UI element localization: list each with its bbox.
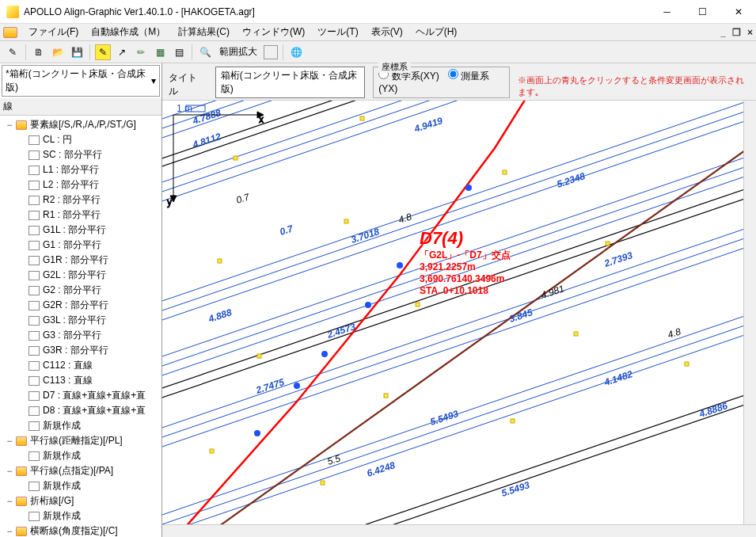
mdi-restore-button[interactable]: ❐ — [729, 27, 744, 38]
vertical-scrollbar[interactable] — [743, 101, 756, 524]
menu-view[interactable]: 表示(V) — [365, 24, 409, 40]
svg-text:4.9419: 4.9419 — [412, 115, 444, 135]
tree-leaf-new[interactable]: 新規作成 — [14, 418, 160, 433]
tool-new-icon[interactable]: 🗎 — [31, 44, 47, 60]
window-minimize-button[interactable]: ─ — [649, 0, 685, 24]
callout-line: STA. 0+10.1018 — [420, 285, 511, 297]
folder-icon — [16, 527, 27, 536]
tree-node-cross[interactable]: −横断線(角度指定)[/C] — [2, 524, 160, 537]
tree-leaf[interactable]: D8 : 直線+直線+直線+直 — [14, 403, 160, 418]
tree-leaf[interactable]: CL : 円 — [14, 132, 160, 147]
item-icon — [28, 376, 40, 386]
menu-window[interactable]: ウィンドウ(W) — [236, 24, 311, 40]
tree-leaf[interactable]: G1R : 部分平行 — [14, 253, 160, 268]
menu-autoline[interactable]: 自動線作成（M） — [85, 24, 172, 40]
page-icon — [28, 451, 40, 461]
mdi-minimize-button[interactable]: _ — [717, 27, 729, 38]
tree-node-parallel-point[interactable]: −平行線(点指定)[/PA] — [2, 463, 160, 478]
svg-rect-35 — [503, 170, 507, 174]
svg-rect-39 — [210, 449, 214, 453]
tree-leaf[interactable]: L1 : 部分平行 — [14, 162, 160, 177]
tree-leaf-new[interactable]: 新規作成 — [14, 508, 160, 524]
svg-text:6.4248: 6.4248 — [366, 459, 397, 479]
tool-arrow-icon[interactable]: ↗ — [114, 44, 130, 60]
sidebar-element-selector[interactable]: *箱桁(コンクリート床版・合成床版) ▾ — [2, 65, 160, 97]
item-icon — [28, 181, 40, 190]
tree-leaf[interactable]: G1 : 部分平行 — [14, 238, 160, 253]
svg-line-8 — [162, 101, 743, 151]
tree-leaf[interactable]: G3L : 部分平行 — [14, 313, 160, 328]
tree-leaf[interactable]: L2 : 部分平行 — [14, 177, 160, 192]
coord-legend: 座標系 — [378, 61, 411, 73]
item-icon — [28, 406, 40, 416]
svg-line-7 — [162, 101, 743, 142]
svg-text:4.888: 4.888 — [207, 307, 234, 325]
tool-note-icon[interactable]: ✎ — [95, 44, 111, 60]
title-field[interactable]: 箱桁(コンクリート床版・合成床版) — [215, 67, 366, 98]
tool-excel-icon[interactable]: ▦ — [152, 44, 168, 60]
page-icon — [28, 421, 40, 431]
tree-leaf[interactable]: G2R : 部分平行 — [14, 298, 160, 313]
tree-leaf[interactable]: G3 : 部分平行 — [14, 328, 160, 343]
chevron-down-icon: ▾ — [151, 75, 156, 86]
zoom-box-icon[interactable] — [264, 45, 278, 59]
window-maximize-button[interactable]: ☐ — [685, 0, 720, 24]
tool-wizard-icon[interactable]: ✎ — [5, 44, 21, 60]
svg-text:5.5493: 5.5493 — [500, 479, 532, 499]
tree-leaf[interactable]: G1L : 部分平行 — [14, 223, 160, 238]
svg-point-28 — [321, 351, 328, 357]
svg-point-30 — [254, 430, 260, 436]
drawing-canvas[interactable]: 4.7888 4.8112 4.9419 5.2348 0.7 3.7018 2… — [162, 101, 743, 524]
menu-help[interactable]: ヘルプ(H) — [409, 24, 464, 40]
tool-open-icon[interactable]: 📂 — [50, 44, 66, 60]
menu-calc[interactable]: 計算結果(C) — [172, 24, 236, 40]
tree-leaf-new[interactable]: 新規作成 — [14, 448, 160, 463]
svg-rect-33 — [218, 259, 222, 263]
window-close-button[interactable]: ✕ — [720, 0, 756, 24]
callout-title: D7(4) — [420, 227, 511, 249]
folder-icon — [16, 436, 27, 446]
tool-save-icon[interactable]: 💾 — [69, 44, 85, 60]
tree[interactable]: −要素線[/S,/R,/A,/P,/ST,/G] CL : 円 SC : 部分平… — [0, 116, 161, 537]
item-icon — [28, 391, 40, 401]
point-callout: D7(4) 「G2L」-「D7」交点 3,921.2257m 3,690.761… — [420, 227, 511, 297]
callout-line: 3,921.2257m — [420, 261, 511, 273]
folder-icon — [16, 120, 27, 130]
item-icon — [28, 346, 40, 356]
tree-leaf[interactable]: D7 : 直線+直線+直線+直 — [14, 388, 160, 403]
horizontal-scrollbar[interactable] — [162, 524, 756, 537]
tool-globe-icon[interactable]: 🌐 — [288, 44, 304, 60]
tree-leaf[interactable]: G2 : 部分平行 — [14, 283, 160, 298]
tree-leaf[interactable]: G3R : 部分平行 — [14, 343, 160, 358]
svg-text:2.7475: 2.7475 — [254, 376, 286, 396]
sidebar-selector-value: *箱桁(コンクリート床版・合成床版) — [6, 67, 151, 94]
svg-text:3.845: 3.845 — [508, 307, 534, 325]
item-icon — [28, 331, 40, 341]
svg-rect-44 — [685, 362, 689, 366]
item-icon — [28, 226, 40, 235]
svg-rect-32 — [360, 116, 364, 120]
tree-node-parallel-dist[interactable]: −平行線(距離指定)[/PL] — [2, 433, 160, 448]
svg-text:3.7018: 3.7018 — [350, 226, 382, 246]
item-icon — [28, 211, 40, 220]
item-icon — [28, 166, 40, 175]
window-titlebar: APOLLO Align-Graphic Ver1.40.1.0 - [HAKO… — [0, 0, 756, 24]
tree-node-girder[interactable]: −折桁線[/G] — [2, 493, 160, 508]
tree-leaf-new[interactable]: 新規作成 — [14, 478, 160, 493]
mdi-close-button[interactable]: × — [744, 27, 756, 38]
tree-leaf[interactable]: G2L : 部分平行 — [14, 268, 160, 283]
menu-tool[interactable]: ツール(T) — [311, 24, 364, 40]
item-icon — [28, 241, 40, 250]
tree-leaf[interactable]: R2 : 部分平行 — [14, 192, 160, 208]
tree-leaf[interactable]: R1 : 部分平行 — [14, 208, 160, 223]
tool-zoom-icon[interactable]: 🔍 — [197, 44, 213, 60]
tree-leaf[interactable]: SC : 部分平行 — [14, 147, 160, 162]
tree-leaf[interactable]: C113 : 直線 — [14, 373, 160, 388]
svg-text:4.981: 4.981 — [540, 283, 566, 301]
menu-file[interactable]: ファイル(F) — [22, 24, 85, 40]
tree-node-elements[interactable]: −要素線[/S,/R,/A,/P,/ST,/G] — [2, 117, 160, 132]
tool-sheet-icon[interactable]: ▤ — [171, 44, 187, 60]
tree-leaf[interactable]: C112 : 直線 — [14, 358, 160, 373]
tool-pencil-icon[interactable]: ✏ — [133, 44, 149, 60]
svg-text:2.7393: 2.7393 — [602, 249, 634, 269]
